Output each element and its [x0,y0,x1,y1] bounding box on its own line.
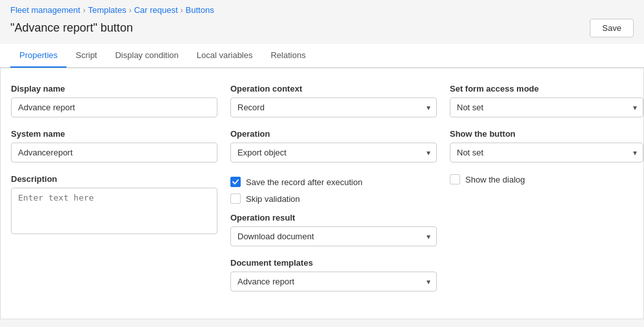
show-dialog-checkbox[interactable] [450,174,460,184]
description-group: Description [11,174,217,236]
tabs-bar: Properties Script Display condition Loca… [0,44,644,68]
description-label: Description [11,174,217,184]
show-button-label: Show the button [450,129,643,139]
show-button-select[interactable]: Not set Always Never [450,143,643,163]
display-name-input[interactable] [11,97,217,117]
set-form-access-mode-group: Set form access mode Not set Read only E… [450,84,643,117]
document-templates-label: Document templates [230,258,437,268]
document-templates-group: Document templates Advance report ▾ [230,258,437,292]
show-dialog-row: Show the dialog [450,174,643,184]
display-name-label: Display name [11,84,217,94]
save-record-checkbox[interactable] [230,177,241,187]
display-name-group: Display name [11,84,217,117]
tab-script[interactable]: Script [66,44,106,68]
description-textarea[interactable] [11,188,217,234]
operation-result-select[interactable]: Download document None Show message [230,226,437,246]
skip-validation-checkbox[interactable] [230,193,241,204]
set-form-access-mode-select[interactable]: Not set Read only Edit [450,97,643,117]
breadcrumb: Fleet management › Templates › Car reque… [10,5,214,15]
operation-context-group: Operation context Record List None ▾ [230,84,437,117]
system-name-input[interactable] [11,143,217,163]
operation-context-select[interactable]: Record List None [230,97,437,117]
save-record-label: Save the record after execution [246,177,363,187]
operation-group: Operation Export object Import object Cu… [230,129,437,163]
system-name-label: System name [11,129,217,139]
breadcrumb-sep-2: › [129,6,132,15]
breadcrumb-buttons[interactable]: Buttons [186,5,214,15]
tab-relations[interactable]: Relations [261,44,314,68]
operation-select[interactable]: Export object Import object Custom [230,143,437,163]
tab-properties[interactable]: Properties [10,44,66,68]
breadcrumb-sep-1: › [83,6,85,15]
operation-label: Operation [230,129,437,139]
operation-result-group: Operation result Download document None … [230,213,437,246]
save-button[interactable]: Save [590,19,634,37]
main-content: Display name System name Description Ope… [0,68,644,319]
breadcrumb-sep-3: › [181,6,183,15]
operation-result-label: Operation result [230,213,437,223]
tab-local-variables[interactable]: Local variables [188,44,262,68]
system-name-group: System name [11,129,217,163]
show-dialog-label: Show the dialog [465,175,525,184]
operation-context-label: Operation context [230,84,437,94]
skip-validation-row: Skip validation [230,193,437,204]
breadcrumb-fleet[interactable]: Fleet management [10,5,80,15]
page-title: "Advance report" button [10,21,133,35]
breadcrumb-car-request[interactable]: Car request [134,5,178,15]
skip-validation-label: Skip validation [246,194,300,204]
tab-display-condition[interactable]: Display condition [106,44,187,68]
save-record-row: Save the record after execution [230,177,437,187]
breadcrumb-templates[interactable]: Templates [88,5,126,15]
document-templates-select[interactable]: Advance report [230,272,437,292]
checkboxes-col: Save the record after execution Skip val… [230,174,437,292]
set-form-access-mode-label: Set form access mode [450,84,643,94]
show-button-group: Show the button Not set Always Never ▾ [450,129,643,163]
